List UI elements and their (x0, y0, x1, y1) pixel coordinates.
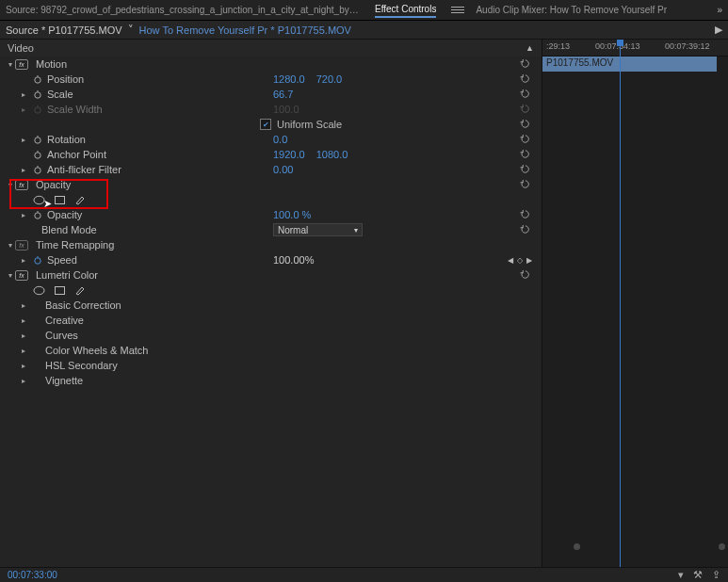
reset-icon[interactable] (519, 104, 532, 115)
time-ruler[interactable]: :29:13 00:07:34:13 00:07:39:12 (542, 40, 728, 57)
pen-mask-icon[interactable] (73, 284, 87, 296)
fx-badge-icon[interactable]: fx (15, 180, 28, 190)
lumetri-color-wheels[interactable]: Color Wheels & Match (45, 345, 148, 356)
play-icon[interactable]: ▶ (715, 24, 722, 36)
speed-value: 100.00% (273, 254, 314, 266)
prop-anchor-point[interactable]: Anchor Point (47, 149, 106, 160)
effect-time-remapping[interactable]: Time Remapping (36, 239, 114, 251)
opacity-value[interactable]: 100.0 % (273, 209, 311, 220)
reset-icon[interactable] (519, 89, 532, 100)
twirl-icon[interactable]: ▸ (19, 331, 28, 340)
stopwatch-icon[interactable] (32, 134, 43, 145)
rectangle-mask-icon[interactable] (53, 194, 66, 205)
effect-motion[interactable]: Motion (36, 58, 67, 70)
playhead[interactable] (620, 40, 621, 567)
stopwatch-icon[interactable] (32, 209, 43, 220)
anchor-x[interactable]: 1920.0 (273, 149, 305, 160)
reset-icon[interactable] (519, 134, 532, 145)
tab-source[interactable]: Source: 98792_crowd_of_pedestrians_cross… (6, 5, 364, 15)
anchor-y[interactable]: 1080.0 (316, 149, 348, 160)
prop-antiflicker[interactable]: Anti-flicker Filter (47, 164, 121, 175)
reset-icon[interactable] (519, 224, 532, 235)
timeline-scrollbar[interactable] (545, 543, 725, 550)
antiflicker-value[interactable]: 0.00 (273, 164, 293, 175)
wrench-icon[interactable]: ⚒ (693, 569, 703, 581)
twirl-icon[interactable]: ▸ (19, 211, 28, 219)
stopwatch-icon[interactable] (32, 164, 43, 175)
scrollbar-handle-right[interactable] (719, 543, 725, 550)
prop-speed[interactable]: Speed (47, 254, 77, 266)
reset-icon[interactable] (519, 209, 532, 220)
twirl-icon[interactable]: ▸ (19, 362, 28, 370)
export-icon[interactable]: ⇪ (712, 569, 720, 581)
panel-menu-icon[interactable] (451, 7, 464, 13)
stopwatch-icon[interactable] (32, 149, 43, 160)
rotation-value[interactable]: 0.0 (273, 134, 287, 145)
rectangle-mask-icon[interactable] (53, 284, 66, 296)
twirl-icon[interactable]: ▸ (19, 301, 28, 310)
prop-opacity[interactable]: Opacity (47, 209, 82, 220)
source-clip-label: Source * P1017755.MOV (6, 24, 122, 36)
lumetri-curves[interactable]: Curves (45, 330, 78, 341)
current-timecode[interactable]: 00:07:33:00 (8, 570, 57, 580)
reset-icon[interactable] (519, 179, 532, 190)
overflow-chevron-icon[interactable]: » (717, 5, 722, 15)
twirl-icon[interactable]: ▸ (19, 347, 28, 355)
fx-badge-icon[interactable]: fx (15, 240, 28, 251)
fx-badge-icon[interactable]: fx (15, 59, 28, 70)
reset-icon[interactable] (519, 58, 532, 70)
twirl-icon[interactable]: ▸ (19, 256, 28, 265)
svg-rect-13 (55, 196, 64, 203)
twirl-icon[interactable]: ▾ (6, 271, 15, 280)
tick-label: :29:13 (546, 41, 570, 51)
twirl-icon[interactable]: ▾ (6, 181, 15, 189)
reset-icon[interactable] (519, 269, 532, 281)
stopwatch-icon (32, 104, 43, 115)
ellipse-mask-icon[interactable] (32, 194, 45, 205)
reset-icon[interactable] (519, 164, 532, 175)
stopwatch-icon[interactable] (32, 89, 43, 100)
position-x[interactable]: 1280.0 (273, 73, 305, 85)
sequence-clip-link[interactable]: How To Remove Yourself Pr * P1017755.MOV (139, 24, 351, 36)
prev-keyframe-icon[interactable]: ◀ (508, 256, 513, 265)
effect-lumetri[interactable]: Lumetri Color (36, 269, 98, 281)
tab-audio-mixer[interactable]: Audio Clip Mixer: How To Remove Yourself… (476, 5, 667, 15)
scrollbar-handle-left[interactable] (574, 543, 580, 550)
twirl-icon: ▸ (19, 105, 28, 114)
twirl-icon[interactable]: ▸ (19, 166, 28, 174)
pen-mask-icon[interactable] (73, 194, 87, 205)
ellipse-mask-icon[interactable] (32, 284, 45, 296)
blend-mode-dropdown[interactable]: Normal▾ (273, 223, 363, 236)
scale-value[interactable]: 66.7 (273, 89, 293, 100)
lumetri-hsl-secondary[interactable]: HSL Secondary (45, 360, 118, 371)
lumetri-creative[interactable]: Creative (45, 315, 84, 326)
source-dropdown-icon[interactable]: ˅ (128, 24, 134, 36)
next-keyframe-icon[interactable]: ▶ (526, 256, 532, 265)
twirl-icon[interactable]: ▾ (6, 60, 15, 69)
prop-position[interactable]: Position (47, 73, 84, 85)
stopwatch-icon[interactable] (32, 254, 43, 266)
position-y[interactable]: 720.0 (316, 73, 343, 85)
reset-icon[interactable] (519, 149, 532, 160)
twirl-icon[interactable]: ▸ (19, 136, 28, 144)
prop-rotation[interactable]: Rotation (47, 134, 86, 145)
stopwatch-icon[interactable] (32, 73, 43, 85)
lumetri-basic-correction[interactable]: Basic Correction (45, 299, 121, 311)
tab-effect-controls[interactable]: Effect Controls (375, 4, 436, 18)
twirl-icon[interactable]: ▾ (6, 241, 15, 250)
svg-point-8 (35, 153, 40, 158)
lumetri-vignette[interactable]: Vignette (45, 375, 83, 386)
clip-bar[interactable]: P1017755.MOV (542, 57, 717, 72)
filter-icon[interactable]: ▾ (678, 569, 684, 581)
uniform-scale-checkbox[interactable]: ✔ (260, 119, 271, 130)
twirl-icon[interactable]: ▸ (19, 90, 28, 99)
twirl-icon[interactable]: ▸ (19, 316, 28, 325)
collapse-icon[interactable]: ▲ (526, 43, 534, 53)
reset-icon[interactable] (519, 73, 532, 85)
reset-icon[interactable] (519, 119, 532, 130)
prop-scale[interactable]: Scale (47, 89, 73, 100)
fx-badge-icon[interactable]: fx (15, 270, 28, 281)
effect-opacity[interactable]: Opacity (36, 179, 71, 190)
add-keyframe-icon[interactable]: ◇ (517, 256, 523, 265)
twirl-icon[interactable]: ▸ (19, 377, 28, 385)
